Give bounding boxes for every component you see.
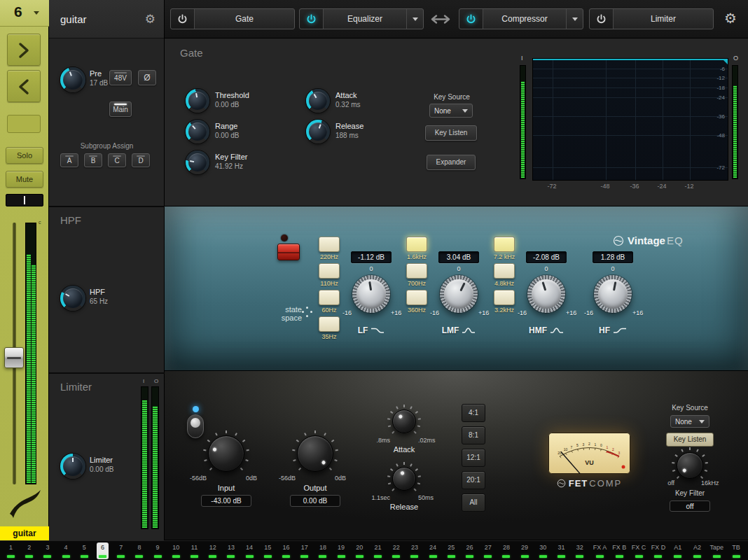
channel-select-11[interactable]: 11 (186, 542, 203, 559)
channel-select-3[interactable]: 3 (39, 542, 56, 559)
comp-output-knob[interactable] (297, 435, 333, 472)
channel-settings-gear-icon[interactable]: ⚙ (145, 12, 155, 26)
channel-select-fx-d[interactable]: FX D (649, 542, 667, 559)
tab-compressor[interactable]: Compressor (459, 8, 583, 29)
eq-freq-button[interactable] (319, 237, 340, 252)
phantom-48v-button[interactable]: 48V (109, 70, 132, 85)
gate-release-knob[interactable] (306, 120, 330, 144)
channel-select-12[interactable]: 12 (204, 542, 221, 559)
compressor-model-select[interactable] (566, 9, 583, 29)
pan-control[interactable] (6, 194, 43, 206)
channel-select-a2[interactable]: A2 (688, 542, 707, 559)
channel-select-26[interactable]: 26 (461, 542, 478, 559)
solo-button[interactable]: Solo (6, 147, 43, 164)
channel-select-box[interactable] (7, 115, 41, 133)
comp-ratio-12-1-button[interactable]: 12:1 (462, 449, 485, 467)
channel-select-1[interactable]: 1 (2, 542, 20, 559)
preamp-gain-knob[interactable] (60, 67, 85, 92)
mute-button[interactable]: Mute (6, 171, 43, 188)
eq-lf-gain-knob[interactable] (352, 275, 390, 313)
channel-select-16[interactable]: 16 (277, 542, 295, 559)
polarity-button[interactable]: Ø (138, 70, 156, 85)
comp-input-knob[interactable] (208, 435, 244, 472)
gate-attack-knob[interactable] (306, 89, 330, 113)
eq-freq-button[interactable] (494, 263, 515, 279)
eq-lmf-gain-knob[interactable] (440, 275, 478, 313)
channel-select-17[interactable]: 17 (296, 542, 313, 559)
channel-select-fx-b[interactable]: FX B (610, 542, 629, 559)
channel-select-27[interactable]: 27 (479, 542, 497, 559)
channel-select-2[interactable]: 2 (20, 542, 38, 559)
comp-ratio-all-button[interactable]: All (462, 493, 485, 512)
comp-attack-knob[interactable] (392, 410, 416, 433)
limiter-threshold-knob[interactable] (60, 454, 85, 479)
tab-limiter[interactable]: Limiter (589, 8, 714, 29)
channel-select-tb[interactable]: TB (727, 542, 746, 559)
subgroup-a-button[interactable]: A (60, 153, 78, 167)
gate-key-source-select[interactable]: None (429, 104, 473, 118)
channel-select-18[interactable]: 18 (314, 542, 331, 559)
eq-freq-button[interactable] (319, 263, 340, 279)
eq-hf-gain-knob[interactable] (594, 275, 632, 313)
tab-gate[interactable]: Gate (170, 8, 295, 29)
channel-select-19[interactable]: 19 (333, 542, 350, 559)
eq-freq-button[interactable] (406, 290, 427, 305)
channel-select-25[interactable]: 25 (443, 542, 460, 559)
channel-select-5[interactable]: 5 (76, 542, 93, 559)
comp-key-filter-knob[interactable] (677, 452, 703, 479)
main-assign-button[interactable]: Main (109, 102, 132, 117)
channel-select-21[interactable]: 21 (369, 542, 387, 559)
channel-select-tape[interactable]: Tape (707, 542, 726, 559)
channel-select-23[interactable]: 23 (406, 542, 423, 559)
subgroup-c-button[interactable]: C (108, 153, 126, 167)
channel-select-9[interactable]: 9 (149, 542, 167, 559)
subgroup-d-button[interactable]: D (132, 153, 150, 167)
eq-freq-button[interactable] (319, 316, 340, 332)
channel-select-20[interactable]: 20 (351, 542, 368, 559)
channel-select-fx-a[interactable]: FX A (590, 542, 609, 559)
eq-freq-button[interactable] (406, 237, 427, 252)
eq-hmf-gain-knob[interactable] (527, 275, 565, 313)
channel-select-fx-c[interactable]: FX C (630, 542, 649, 559)
comp-ratio-4-1-button[interactable]: 4:1 (462, 404, 485, 422)
gate-key-filter-knob[interactable] (186, 150, 209, 174)
settings-gear-icon[interactable]: ⚙ (724, 10, 737, 27)
gate-expander-button[interactable]: Expander (427, 155, 476, 170)
channel-select-6[interactable]: 6 (94, 542, 111, 559)
gate-key-listen-button[interactable]: Key Listen (425, 125, 477, 141)
comp-ratio-20-1-button[interactable]: 20:1 (462, 471, 485, 489)
next-channel-button[interactable] (7, 34, 41, 66)
channel-select-22[interactable]: 22 (387, 542, 405, 559)
comp-key-source-select[interactable]: None (670, 415, 709, 428)
channel-select-10[interactable]: 10 (167, 542, 185, 559)
comp-release-knob[interactable] (392, 467, 416, 491)
eq-freq-button[interactable] (406, 263, 427, 279)
channel-select-7[interactable]: 7 (112, 542, 130, 559)
prev-channel-button[interactable] (7, 70, 41, 102)
subgroup-b-button[interactable]: B (84, 153, 102, 167)
comp-ratio-8-1-button[interactable]: 8:1 (462, 426, 485, 444)
reorder-arrows-icon[interactable] (429, 14, 452, 27)
channel-select-31[interactable]: 31 (553, 542, 570, 559)
channel-select-14[interactable]: 14 (241, 542, 258, 559)
channel-select-32[interactable]: 32 (571, 542, 588, 559)
channel-select-a1[interactable]: A1 (668, 542, 687, 559)
channel-select-30[interactable]: 30 (534, 542, 552, 559)
equalizer-model-select[interactable] (406, 9, 423, 29)
channel-number-header[interactable]: 6 (0, 0, 49, 27)
channel-select-13[interactable]: 13 (222, 542, 240, 559)
limiter-power-button[interactable] (590, 9, 614, 29)
channel-select-29[interactable]: 29 (516, 542, 534, 559)
equalizer-power-button[interactable] (300, 9, 324, 29)
channel-select-4[interactable]: 4 (57, 542, 75, 559)
tab-equalizer[interactable]: Equalizer (299, 8, 424, 29)
eq-freq-button[interactable] (494, 237, 515, 252)
hpf-knob[interactable] (60, 286, 85, 311)
gate-threshold-knob[interactable] (186, 89, 209, 113)
eq-freq-button[interactable] (319, 290, 340, 305)
channel-select-8[interactable]: 8 (130, 542, 148, 559)
eq-freq-button[interactable] (494, 290, 515, 305)
channel-select-28[interactable]: 28 (497, 542, 515, 559)
channel-select-24[interactable]: 24 (424, 542, 442, 559)
gate-power-button[interactable] (171, 9, 195, 29)
